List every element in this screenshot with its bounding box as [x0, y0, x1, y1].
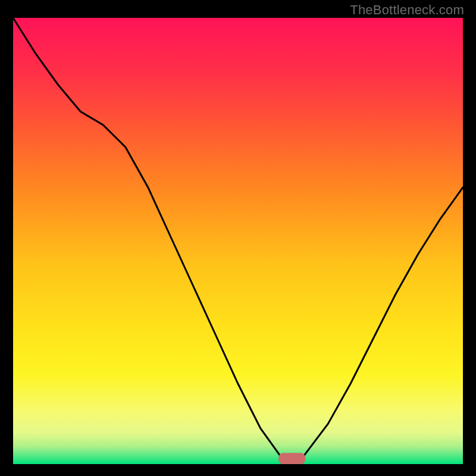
minimum-marker: [278, 453, 305, 464]
bottleneck-plot: [13, 18, 463, 464]
gradient-background: [13, 18, 463, 464]
plot-svg: [13, 18, 463, 464]
watermark-text: TheBottleneck.com: [350, 2, 464, 18]
chart-frame: TheBottleneck.com: [0, 0, 476, 476]
